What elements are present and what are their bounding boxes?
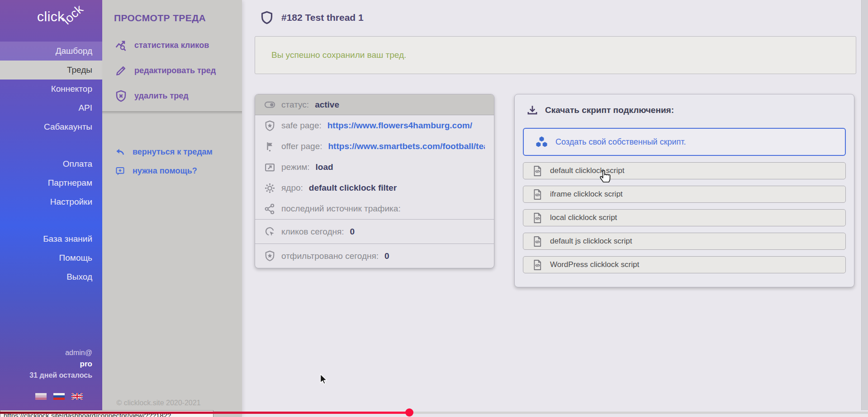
script-download-button[interactable]: WordPress clicklock script: [523, 256, 846, 273]
undo-icon: [115, 147, 125, 157]
script-download-button[interactable]: local clicklock script: [523, 209, 846, 226]
script-download-label: local clicklock script: [550, 213, 617, 222]
script-download-button[interactable]: default clicklock script: [523, 162, 846, 179]
sidebar-nav-item-label: Оплата: [63, 159, 92, 169]
download-scripts-panel: Скачать скрипт подключения: Создать свой…: [514, 94, 854, 287]
file-code-icon: [532, 165, 542, 177]
progress-played: [0, 412, 409, 414]
sidebar: click lock Дашборд Треды Коннектор API С…: [0, 0, 102, 410]
create-custom-script-button[interactable]: Создать свой собственный скрипт.: [523, 128, 846, 156]
submenu-action-item[interactable]: статистика кликов: [102, 33, 242, 58]
sidebar-nav-item[interactable]: Настройки: [0, 192, 102, 211]
submenu-action-label: статистика кликов: [134, 41, 209, 50]
submenu-action-item[interactable]: удалить тред: [102, 83, 242, 108]
script-download-button[interactable]: default js clicklock script: [523, 233, 846, 250]
submenu-link-label: нужна помощь?: [133, 166, 197, 176]
status-row-value[interactable]: https://www.smartbets.com/football/tea…: [328, 141, 485, 151]
sidebar-nav-item[interactable]: API: [0, 98, 102, 117]
file-code-icon: [532, 189, 542, 200]
sidebar-nav-item[interactable]: База знаний: [0, 230, 102, 248]
pencil-icon: [115, 65, 127, 77]
progress-remaining: [409, 412, 868, 414]
submenu-action-item[interactable]: редактировать тред: [102, 58, 242, 83]
status-row-label: последний источник трафика:: [281, 204, 401, 214]
sidebar-nav-item[interactable]: Помощь: [0, 248, 102, 267]
flag-ru-faded-icon[interactable]: [35, 393, 47, 400]
submenu-link-label: вернуться к тредам: [133, 147, 213, 157]
sidebar-nav-item-label: API: [78, 103, 92, 112]
status-stat-value: 0: [384, 251, 389, 261]
status-stat-rows: кликов сегодня: 0 отфильтровано сегодня:…: [255, 219, 494, 268]
status-stat-value: 0: [350, 227, 355, 237]
copyright: © clicklock.site 2020-2021: [102, 399, 215, 407]
success-alert-text: Вы успешно сохранили ваш тред.: [271, 50, 406, 60]
cubes-icon: [535, 135, 549, 149]
script-download-label: WordPress clicklock script: [550, 260, 639, 269]
sidebar-nav-item[interactable]: Коннектор: [0, 80, 102, 98]
sidebar-nav-item[interactable]: Дашборд: [0, 42, 102, 61]
status-header-row: статус: active: [255, 94, 494, 115]
toggle-icon: [264, 99, 275, 110]
page-scrollbar[interactable]: [861, 0, 868, 410]
status-row-label: режим:: [281, 162, 310, 172]
sidebar-nav-item-label: Треды: [67, 65, 92, 75]
sidebar-nav-item[interactable]: Сабакаунты: [0, 117, 102, 136]
thread-submenu-panel: ПРОСМОТР ТРЕДА статистика кликов редакти…: [102, 0, 242, 417]
submenu-link-item[interactable]: нужна помощь?: [102, 161, 242, 180]
status-stat-label: отфильтровано сегодня:: [281, 251, 379, 261]
thread-status-card: статус: active safe page: https://www.fl…: [255, 94, 494, 268]
status-row: safe page: https://www.flowers4hamburg.c…: [255, 115, 494, 136]
status-row-value[interactable]: load: [316, 162, 333, 172]
sidebar-nav-item[interactable]: Выход: [0, 267, 102, 286]
sidebar-nav-item[interactable]: Оплата: [0, 155, 102, 173]
flag-icon: [264, 141, 275, 152]
submenu-action-label: удалить тред: [134, 91, 189, 101]
status-stat-label: кликов сегодня:: [281, 227, 344, 237]
language-flags: [35, 393, 83, 400]
sidebar-nav-item-label: Партнерам: [48, 178, 92, 187]
gear-icon: [264, 183, 275, 194]
submenu-title: ПРОСМОТР ТРЕДА: [102, 0, 242, 23]
video-progress-bar[interactable]: [0, 412, 868, 414]
click-icon: [264, 226, 275, 237]
script-download-button[interactable]: iframe clicklock script: [523, 186, 846, 203]
account-plan: pro: [29, 358, 92, 370]
sidebar-nav-item-label: Сабакаунты: [44, 122, 92, 131]
share-icon: [264, 203, 275, 215]
sidebar-nav-item[interactable]: Треды: [0, 61, 102, 80]
submenu-action-label: редактировать тред: [134, 66, 216, 75]
create-custom-script-label: Создать свой собственный скрипт.: [555, 137, 686, 147]
submenu-actions: статистика кликов редактировать тред уда…: [102, 33, 242, 108]
script-buttons: default clicklock script iframe clickloc…: [523, 162, 846, 273]
sidebar-nav-item-label: База знаний: [43, 234, 92, 244]
scripts-panel-header: Скачать скрипт подключения:: [523, 104, 846, 116]
sidebar-nav-item[interactable]: Партнерам: [0, 173, 102, 192]
flag-uk-icon[interactable]: [71, 393, 83, 400]
submenu-link-item[interactable]: вернуться к тредам: [102, 142, 242, 161]
status-row-value[interactable]: default clicklock filter: [309, 183, 397, 193]
script-download-label: default clicklock script: [550, 166, 624, 175]
status-rows: safe page: https://www.flowers4hamburg.c…: [255, 115, 494, 219]
thread-header: #182 Test thread 1: [242, 0, 868, 24]
progress-knob[interactable]: [405, 408, 413, 417]
clicklock-logo[interactable]: click lock: [0, 0, 102, 33]
status-label: статус:: [281, 100, 309, 110]
status-value: active: [315, 100, 339, 110]
status-row-value[interactable]: https://www.flowers4hamburg.com/: [327, 121, 472, 131]
success-alert: Вы успешно сохранили ваш тред.: [255, 36, 856, 74]
sidebar-nav-item-label: Настройки: [50, 197, 92, 206]
shield-star-icon: [264, 250, 275, 262]
sidebar-nav-item-label: Коннектор: [51, 84, 92, 94]
page-title: #182 Test thread 1: [281, 12, 364, 23]
mode-icon: [264, 162, 275, 173]
status-row: ядро: default clicklock filter: [255, 178, 494, 198]
sidebar-nav: Дашборд Треды Коннектор API Сабакаунты О…: [0, 42, 102, 286]
status-row-label: offer page:: [281, 141, 323, 151]
script-download-label: iframe clicklock script: [550, 190, 623, 199]
shield-icon: [260, 11, 274, 24]
sidebar-nav-item-label: Дашборд: [56, 46, 92, 56]
flag-ru-icon[interactable]: [53, 393, 65, 400]
account-email: admin@: [29, 347, 92, 358]
status-row: последний источник трафика:: [255, 198, 494, 219]
script-download-label: default js clicklock script: [550, 237, 632, 246]
